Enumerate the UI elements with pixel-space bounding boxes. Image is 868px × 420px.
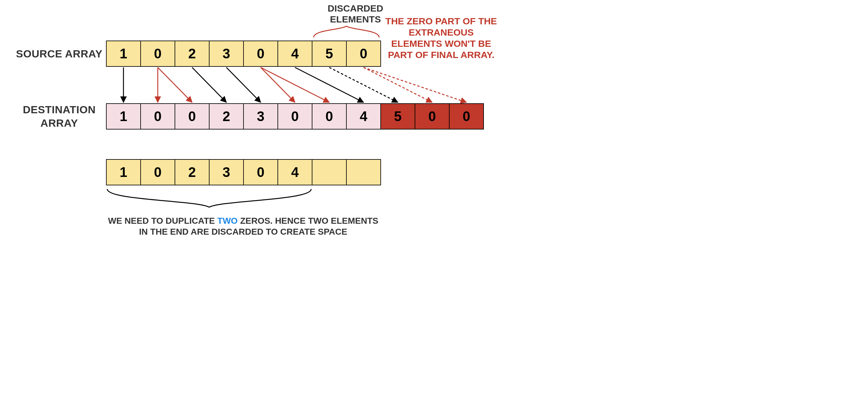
mapping-arrow (261, 67, 295, 102)
source-array-cell: 0 (243, 40, 278, 67)
source-array-cell: 0 (346, 40, 381, 67)
dest-array-cell: 0 (278, 103, 312, 130)
bottom-caption: WE NEED TO DUPLICATE TWO ZEROS. HENCE TW… (106, 215, 380, 237)
source-array-cell: 4 (278, 40, 312, 67)
summary-array-cell: 2 (175, 159, 210, 185)
extraneous-note: THE ZERO PART OF THE EXTRANEOUS ELEMENTS… (383, 16, 499, 60)
source-array-cell: 3 (209, 40, 244, 67)
mapping-arrow (329, 67, 398, 102)
destination-array-label: DESTINATIONARRAY (12, 103, 106, 130)
summary-array-cell: 3 (209, 159, 244, 185)
discarded-brace (314, 26, 379, 37)
summary-array-cell: 0 (243, 159, 278, 185)
dest-array-cell: 0 (175, 103, 210, 130)
dest-array-cell: 0 (415, 103, 450, 130)
summary-array-cell: 0 (140, 159, 175, 185)
mapping-arrow (261, 67, 329, 102)
dest-array-cell: 4 (346, 103, 381, 130)
dest-array-cell: 0 (140, 103, 175, 130)
dest-array-cell: 0 (312, 103, 347, 130)
source-array-cell: 1 (106, 40, 141, 67)
source-array-cell: 5 (312, 40, 347, 67)
mapping-arrow (192, 67, 226, 102)
mapping-arrow (158, 67, 192, 102)
source-array: 10230450 (106, 40, 381, 67)
summary-array-cell: 4 (278, 159, 312, 185)
discarded-elements-label: DISCARDEDELEMENTS (318, 3, 393, 25)
source-array-row: SOURCE ARRAY 10230450 (12, 40, 381, 67)
dest-array-cell: 1 (106, 103, 141, 130)
mapping-arrow (364, 67, 466, 102)
dest-array-cell: 3 (243, 103, 278, 130)
source-array-label: SOURCE ARRAY (12, 47, 106, 60)
mapping-arrow (226, 67, 261, 102)
mapping-arrow (364, 67, 432, 102)
source-array-cell: 2 (175, 40, 210, 67)
destination-array: 10023004500 (106, 103, 484, 130)
summary-array-row: 102304 (106, 159, 381, 185)
bottom-caption-highlight: TWO (217, 216, 238, 226)
mapping-arrow (295, 67, 364, 102)
dest-array-cell: 0 (449, 103, 484, 130)
source-array-cell: 0 (140, 40, 175, 67)
summary-array: 102304 (106, 159, 381, 185)
summary-array-cell (312, 159, 347, 185)
destination-array-row: DESTINATIONARRAY 10023004500 (12, 103, 484, 130)
dest-array-cell: 2 (209, 103, 244, 130)
summary-array-cell: 1 (106, 159, 141, 185)
dest-array-cell: 5 (380, 103, 415, 130)
summary-brace (107, 189, 311, 207)
bottom-caption-pre: WE NEED TO DUPLICATE (108, 216, 218, 226)
summary-array-cell (346, 159, 381, 185)
